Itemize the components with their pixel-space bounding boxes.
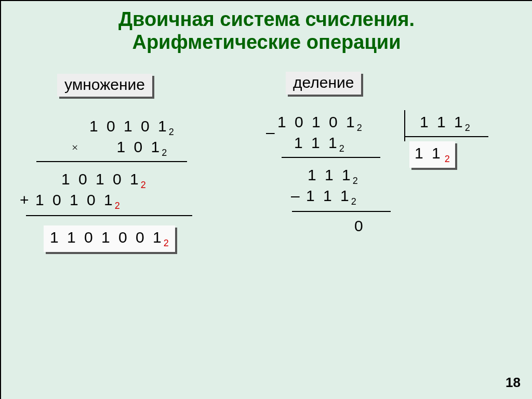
div-dividend: 1 0 1 0 12 — [277, 113, 362, 134]
mul-partial-1: 1 0 1 0 12 — [61, 170, 146, 191]
div-rule-2 — [292, 211, 391, 212]
div-remainder-2: 0 — [354, 217, 363, 235]
label-division: деление — [286, 72, 361, 95]
div-minus-1: – — [266, 124, 275, 141]
div-step1-sub: 1 1 12 — [294, 134, 344, 154]
mul-times-row: × 1 0 12 — [72, 138, 167, 158]
mul-rule-1 — [36, 161, 187, 162]
mul-partial-2: + 1 0 1 0 12 — [20, 191, 120, 211]
mul-result: 1 1 0 1 0 0 12 — [44, 225, 175, 252]
page-number: 18 — [506, 375, 521, 391]
mul-multiplicand: 1 0 1 0 12 — [89, 117, 174, 138]
times-icon: × — [72, 141, 78, 154]
title-line-2: Арифметические операции — [132, 31, 401, 53]
title-line-1: Двоичная система счисления. — [118, 8, 415, 30]
slide-title: Двоичная система счисления. Арифметическ… — [1, 1, 532, 54]
div-divisor: 1 1 12 — [420, 113, 470, 134]
div-step2: – 1 1 12 — [291, 187, 356, 207]
label-multiplication: умножение — [57, 74, 152, 97]
div-quotient: 1 12 — [409, 141, 455, 168]
div-rule-divisor — [405, 136, 488, 137]
div-rule-1 — [282, 157, 380, 158]
mul-rule-2 — [26, 215, 192, 216]
div-remainder-1: 1 1 12 — [308, 166, 358, 187]
